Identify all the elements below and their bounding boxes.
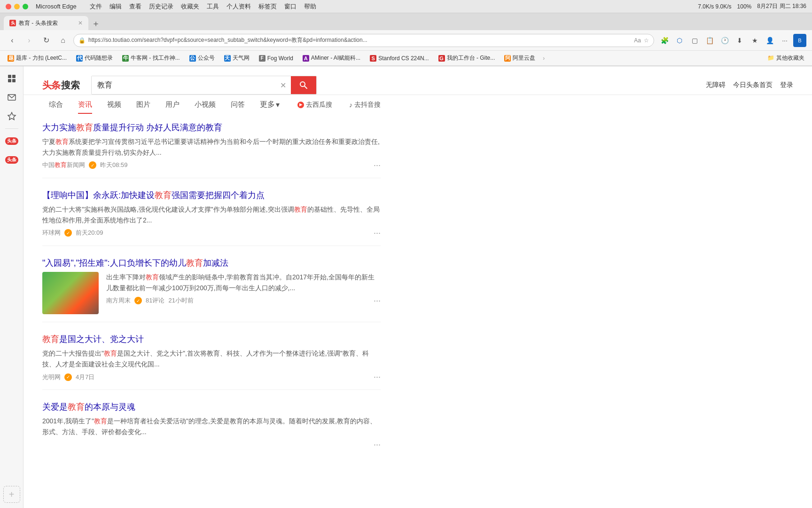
result-more-button[interactable]: ···	[374, 160, 381, 170]
bookmark-niuke[interactable]: 牛 牛客网 - 找工作神...	[118, 53, 184, 64]
tab-user[interactable]: 用户	[159, 95, 186, 114]
extensions-button[interactable]: 🧩	[658, 34, 671, 47]
login-button[interactable]: 登录	[780, 81, 793, 89]
search-clear-button[interactable]: ✕	[275, 81, 291, 90]
menu-edit[interactable]: 编辑	[109, 2, 122, 11]
tab-image[interactable]: 图片	[130, 95, 157, 114]
menu-bookmarks[interactable]: 收藏夹	[181, 2, 199, 11]
forward-button[interactable]: ›	[23, 34, 36, 47]
new-tab-button[interactable]: ＋	[89, 17, 102, 30]
result-title[interactable]: 教育是国之大计、党之大计	[42, 333, 381, 345]
split-screen-button[interactable]: ▢	[688, 34, 701, 47]
sidebar-badge-2[interactable]: 头条	[3, 151, 20, 168]
bookmark-fogworld[interactable]: F Fog World	[255, 54, 297, 63]
bookmark-gongzhonghao[interactable]: 公 公众号	[186, 53, 219, 64]
verified-badge: ✓	[64, 373, 72, 381]
bookmark-gitee[interactable]: G 我的工作台 - Gite...	[435, 53, 499, 64]
highlight: 教育	[68, 402, 85, 412]
search-input[interactable]	[92, 76, 275, 94]
downloads-button[interactable]: ⬇	[733, 34, 746, 47]
search-button[interactable]	[291, 76, 316, 94]
tab-all[interactable]: 综合	[42, 95, 70, 114]
bookmark-code-think[interactable]: 代 代码随想录	[72, 53, 117, 64]
tab-video[interactable]: 视频	[101, 95, 128, 114]
xigua-tab[interactable]: ▶ 去西瓜搜	[292, 98, 338, 112]
back-button[interactable]: ‹	[6, 34, 19, 47]
header-right: 无障碍 今日头条首页 登录	[706, 81, 793, 89]
reading-view-icon[interactable]: Aa	[634, 37, 641, 44]
bookmark-tianqi[interactable]: 天 天气网	[220, 53, 253, 64]
tab-qa[interactable]: 问答	[224, 95, 251, 114]
result-link[interactable]: 大力实施教育质量提升行动 办好人民满意的教育	[42, 123, 222, 132]
tab-news[interactable]: 资讯	[71, 95, 99, 114]
favorites-button[interactable]: ★	[748, 34, 761, 47]
minimize-button[interactable]	[14, 4, 20, 9]
bookmark-icon[interactable]: ☆	[644, 37, 649, 44]
result-more-button[interactable]: ···	[374, 372, 381, 382]
nav-icons: 🧩 ⬡ ▢ 📋 🕐 ⬇ ★ 👤 ··· B	[658, 34, 806, 47]
result-title[interactable]: 关爱是教育的本原与灵魂	[42, 401, 381, 413]
bookmark-aminer[interactable]: A AMiner - AI赋能科...	[299, 53, 364, 64]
bookmark-favicon: 公	[189, 55, 196, 62]
bookmarks-folder[interactable]: 📁其他收藏夹	[764, 53, 808, 64]
menu-tabs[interactable]: 标签页	[258, 2, 277, 11]
verified-badge: ✓	[64, 229, 72, 237]
sidebar-badge-1[interactable]: 头条	[3, 133, 20, 150]
result-link[interactable]: 教育是国之大计、党之大计	[42, 334, 144, 344]
source-name: 中国教育新闻网	[42, 161, 85, 169]
profile-button[interactable]: 👤	[763, 34, 776, 47]
bookmarks-overflow[interactable]: ›	[541, 55, 547, 62]
search-tabs: 综合 资讯 视频 图片 用户 小视频 问答 更多 ▾ ▶ 去西瓜搜 ♪ 去抖音搜	[23, 95, 812, 114]
sidebar-add[interactable]: +	[3, 486, 20, 503]
result-link[interactable]: "入园易","招生难":人口负增长下的幼儿教育加减法	[42, 258, 228, 268]
menu-file[interactable]: 文件	[90, 2, 102, 11]
tab-more[interactable]: 更多 ▾	[253, 95, 286, 114]
bookmark-leetcode[interactable]: 题 题库 - 力扣 (LeetC...	[4, 53, 70, 64]
homepage-link[interactable]: 今日头条首页	[733, 81, 773, 89]
accessibility-link[interactable]: 无障碍	[706, 81, 726, 89]
menu-tools[interactable]: 工具	[207, 2, 219, 11]
menu-help[interactable]: 帮助	[304, 2, 316, 11]
menu-history[interactable]: 历史记录	[149, 2, 173, 11]
bookmark-stanford[interactable]: S Stanford CS 224N...	[366, 54, 432, 63]
maximize-button[interactable]	[23, 4, 28, 9]
copilot-button[interactable]: ⬡	[673, 34, 686, 47]
traffic-lights[interactable]	[6, 4, 28, 9]
result-more-button[interactable]: ···	[374, 228, 381, 238]
result-link[interactable]: 关爱是教育的本原与灵魂	[42, 402, 135, 412]
result-more-button[interactable]: ···	[374, 296, 381, 306]
home-button[interactable]: ⌂	[56, 34, 70, 47]
history-button[interactable]: 🕐	[718, 34, 731, 47]
refresh-button[interactable]: ↻	[39, 34, 53, 47]
sidebar-item-star[interactable]	[3, 108, 20, 125]
bookmark-label: Fog World	[267, 55, 293, 62]
main-layout: 头条 头条 + 头条 搜索 ✕ 无障碍 今日头条首页	[0, 66, 812, 508]
datetime: 8月27日 周二 18:36	[757, 2, 806, 10]
result-link[interactable]: 【理响中国】余永跃:加快建设教育强国需要把握四个着力点	[42, 190, 265, 200]
sidebar-item-mail[interactable]	[3, 89, 20, 106]
sidebar-item-tabs[interactable]	[3, 70, 20, 87]
douyin-tab[interactable]: ♪ 去抖音搜	[344, 98, 386, 112]
result-title[interactable]: "入园易","招生难":人口负增长下的幼儿教育加减法	[42, 257, 381, 269]
result-more-button[interactable]: ···	[374, 440, 381, 450]
menu-window[interactable]: 窗口	[284, 2, 297, 11]
address-bar[interactable]: 🔒 https://so.toutiao.com/search?dvpf=pc&…	[73, 34, 654, 47]
menu-view[interactable]: 查看	[129, 2, 141, 11]
logo: 头条 搜索	[42, 79, 80, 92]
result-title[interactable]: 【理响中国】余永跃:加快建设教育强国需要把握四个着力点	[42, 190, 381, 201]
result-title[interactable]: 大力实施教育质量提升行动 办好人民满意的教育	[42, 122, 381, 134]
bookmark-aliyun[interactable]: 阿 阿里云盘	[500, 53, 539, 64]
collections-button[interactable]: 📋	[703, 34, 716, 47]
bookmark-label: Stanford CS 224N...	[378, 55, 429, 62]
close-button[interactable]	[6, 4, 11, 9]
tab-close[interactable]: ✕	[78, 20, 83, 26]
tab-short-video[interactable]: 小视频	[188, 95, 222, 114]
result-item: 教育是国之大计、党之大计 党的二十大报告提出"教育是国之大计、党之大计",首次将…	[42, 333, 381, 390]
menu-profile[interactable]: 个人资料	[226, 2, 251, 11]
svg-rect-3	[12, 79, 16, 82]
badge-1: 头条	[5, 137, 18, 145]
bookmark-label: 公众号	[198, 54, 215, 62]
copilot-sidebar-button[interactable]: B	[793, 34, 806, 47]
active-tab[interactable]: 头 教育 - 头条搜索 ✕	[4, 16, 88, 30]
more-button[interactable]: ···	[778, 34, 791, 47]
